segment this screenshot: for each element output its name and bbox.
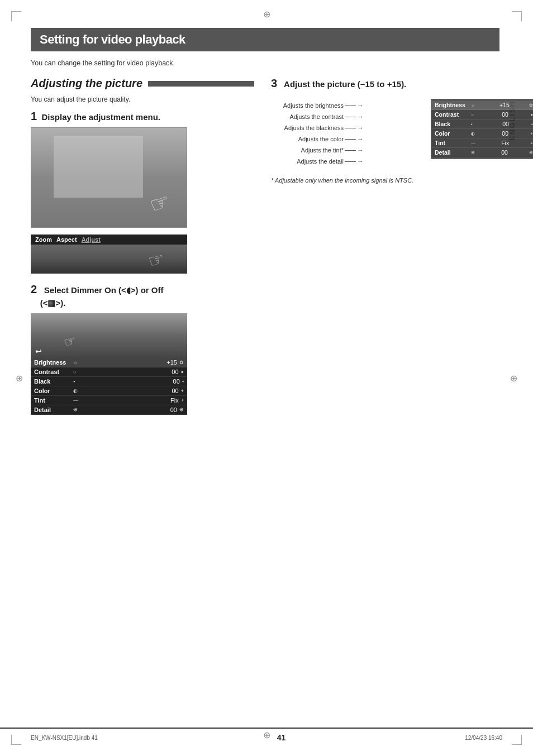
page-title: Setting for video playback xyxy=(31,28,499,51)
label-color: Adjusts the color → xyxy=(271,133,364,145)
label-tint: Adjusts the tint* → xyxy=(271,145,364,156)
crosshair-top: ⊕ xyxy=(263,9,270,20)
step2-adj-image: ↩ ☞ Brightness ☼ +15 ✿ Contrast ○ 00 xyxy=(31,313,187,415)
footnote: * Adjustable only when the incoming sign… xyxy=(271,177,533,184)
label-contrast: Adjusts the contrast → xyxy=(271,111,364,122)
section-heading-row: Adjusting the picture xyxy=(31,77,254,90)
step1-label: 1 Display the adjustment menu. xyxy=(31,110,254,123)
menu-bar-image: Zoom Aspect Adjust ☞ xyxy=(31,235,187,274)
adj-row-color: Color ◐ 00 + xyxy=(31,386,187,396)
diag-black-row: Black ▪ 00 ▪ xyxy=(431,119,533,129)
step2-label: 2 Select Dimmer On (<◖>) or Off (<▦>). xyxy=(31,281,254,309)
diagram-menu: Brightness ☼ +15 ✿ Contrast ○ 00 ● B xyxy=(431,99,533,159)
hand-icon-step2: ☞ xyxy=(62,332,79,351)
hand-icon-step1: ☞ xyxy=(146,188,174,219)
label-blackness: Adjusts the blackness → xyxy=(271,122,364,133)
diagram-wrapper: Adjusts the brightness → Adjusts the con… xyxy=(271,99,533,167)
step3-label: Adjust the picture (−15 to +15). xyxy=(284,79,406,89)
adj-row-tint: Tint — Fix + xyxy=(31,396,187,405)
diag-brightness-row: Brightness ☼ +15 ✿ xyxy=(431,101,533,110)
step2-num: 2 xyxy=(31,283,37,295)
step3-num: 3 xyxy=(271,77,277,89)
bg-scene: ↩ ☞ xyxy=(31,313,187,358)
heading-bar xyxy=(148,81,254,87)
screen-area xyxy=(54,136,143,198)
menu-adjust: Adjust xyxy=(82,236,101,243)
main-content: Setting for video playback You can chang… xyxy=(31,28,499,722)
adj-table: Brightness ☼ +15 ✿ Contrast ○ 00 ● Black… xyxy=(31,358,187,415)
back-arrow-icon: ↩ xyxy=(35,347,42,356)
adj-row-brightness: Brightness ☼ +15 ✿ xyxy=(31,358,187,367)
adj-row-detail: Detail ❋ 00 ❋ xyxy=(31,405,187,415)
adj-row-contrast: Contrast ○ 00 ● xyxy=(31,367,187,377)
diag-tint-row: Tint — Fix + xyxy=(431,138,533,148)
left-column: Adjusting the picture You can adjust the… xyxy=(31,77,254,415)
footer-filename: EN_KW-NSX1[EU].indb 41 xyxy=(31,735,98,741)
diagram-labels: Adjusts the brightness → Adjusts the con… xyxy=(271,99,364,167)
corner-mark-tr xyxy=(512,11,522,21)
menu-overlay: Zoom Aspect Adjust xyxy=(31,235,187,245)
page-number: 41 xyxy=(277,733,286,742)
two-col-layout: Adjusting the picture You can adjust the… xyxy=(31,77,499,415)
diagram-inner: Adjusts the brightness → Adjusts the con… xyxy=(271,99,533,167)
right-column: 3 Adjust the picture (−15 to +15). Adjus… xyxy=(271,77,533,415)
menu-aspect: Aspect xyxy=(56,236,77,243)
page-footer: EN_KW-NSX1[EU].indb 41 41 12/04/23 16:40 xyxy=(0,728,533,742)
label-brightness: Adjusts the brightness → xyxy=(271,100,364,111)
intro-text: You can change the setting for video pla… xyxy=(31,59,499,67)
crosshair-left: ⊕ xyxy=(16,373,23,384)
adj-row-black: Black ▪ 00 ▪ xyxy=(31,377,187,386)
label-detail: Adjusts the detail → xyxy=(271,156,364,167)
diag-contrast-row: Contrast ○ 00 ● xyxy=(431,110,533,119)
menu-zoom: Zoom xyxy=(35,236,52,243)
section-heading-text: Adjusting the picture xyxy=(31,77,142,90)
step3-heading: 3 Adjust the picture (−15 to +15). xyxy=(271,77,533,90)
footer-date: 12/04/23 16:40 xyxy=(465,735,502,741)
diag-detail-row: Detail ❋ 00 ❋ xyxy=(431,148,533,157)
corner-mark-tl xyxy=(11,11,21,21)
step1-image: ☞ xyxy=(31,127,187,228)
diag-color-row: Color ◐ 00 + xyxy=(431,129,533,138)
section-subtext: You can adjust the picture quality. xyxy=(31,95,254,103)
